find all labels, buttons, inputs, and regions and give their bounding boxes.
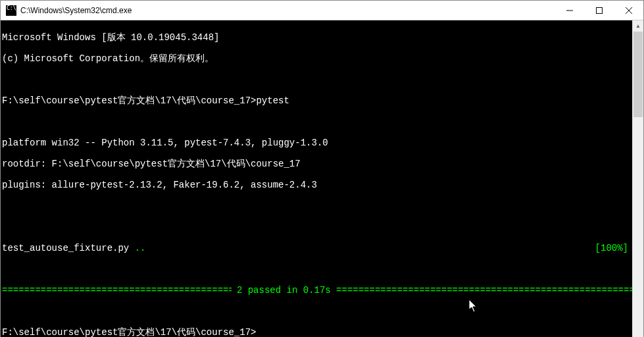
platform-line: platform win32 -- Python 3.11.5, pytest-… [2,138,632,148]
prompt-line: F:\self\course\pytest官方文档\17\代码\course_1… [2,95,632,106]
banner-line: Microsoft Windows [版本 10.0.19045.3448] [2,32,632,43]
vertical-scrollbar[interactable]: ▲ ▼ [632,20,643,337]
blank-line [2,264,632,274]
rootdir-line: rootdir: F:\self\course\pytest官方文档\17\代码… [2,159,632,169]
scroll-thumb[interactable] [633,32,643,117]
window-title: C:\Windows\System32\cmd.exe [20,6,555,15]
close-button[interactable] [614,1,643,20]
summary-line: ========================================… [2,285,632,296]
test-file: test_autouse_fixture.py [2,243,135,253]
summary-text: 2 passed in 0.17s [232,285,337,296]
copyright-line: (c) Microsoft Corporation。保留所有权利。 [2,53,632,64]
typed-command: pytest [256,95,289,106]
blank-line [2,222,632,232]
client-area: Microsoft Windows [版本 10.0.19045.3448] (… [1,20,643,337]
test-dots: .. [135,243,146,253]
prompt-line: F:\self\course\pytest官方文档\17\代码\course_1… [2,327,632,337]
progress-percent: [100%] [595,243,632,253]
cmd-window: C:\Windows\System32\cmd.exe Microsoft Wi… [0,0,644,337]
cmd-icon [6,5,16,16]
terminal-output[interactable]: Microsoft Windows [版本 10.0.19045.3448] (… [1,20,632,337]
svg-rect-1 [596,7,602,13]
minimize-button[interactable] [555,1,584,20]
blank-line [2,117,632,127]
prompt-path: F:\self\course\pytest官方文档\17\代码\course_1… [2,95,256,106]
eq-right: ========================================… [336,285,632,296]
titlebar[interactable]: C:\Windows\System32\cmd.exe [1,1,643,20]
blank-line [2,74,632,85]
test-result-line: test_autouse_fixture.py ..[100%] [2,243,632,253]
plugins-line: plugins: allure-pytest-2.13.2, Faker-19.… [2,180,632,190]
blank-line [2,201,632,211]
blank-line [2,306,632,317]
maximize-button[interactable] [584,1,614,20]
eq-left: ========================================… [2,285,232,296]
scroll-up-button[interactable]: ▲ [633,20,643,32]
